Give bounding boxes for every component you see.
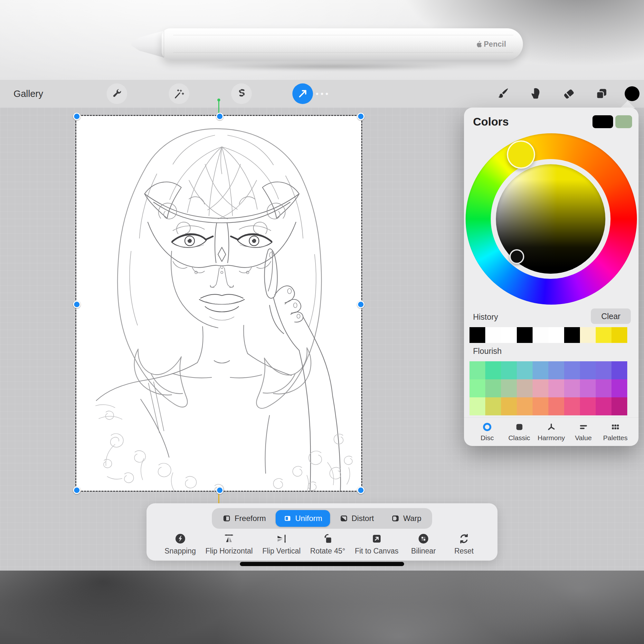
smudge-tool-button[interactable]	[529, 87, 542, 100]
mode-label: Warp	[403, 514, 421, 523]
tab-disc[interactable]: Disc	[472, 418, 502, 446]
color-swatch[interactable]	[564, 361, 580, 379]
handle-mid-right[interactable]	[357, 301, 365, 308]
saturation-brightness-knob[interactable]	[509, 249, 524, 264]
tab-value[interactable]: Value	[569, 418, 598, 446]
transform-button[interactable]	[292, 83, 313, 104]
color-swatch[interactable]	[469, 379, 485, 397]
snapping-button[interactable]: Snapping	[165, 533, 196, 555]
color-swatch[interactable]	[533, 379, 548, 397]
action-label: Reset	[454, 547, 474, 555]
color-swatch[interactable]	[548, 327, 564, 343]
mode-warp[interactable]: Warp	[384, 510, 429, 527]
color-swatch[interactable]	[501, 327, 517, 343]
fit-to-canvas-icon	[371, 533, 383, 545]
handle-mid-left[interactable]	[73, 301, 81, 308]
color-swatch[interactable]	[564, 379, 580, 397]
color-swatch[interactable]	[580, 327, 596, 343]
color-swatch[interactable]	[485, 397, 501, 415]
color-swatch[interactable]	[469, 327, 485, 343]
handle-top-right[interactable]	[357, 113, 365, 120]
snapping-lightning-icon	[175, 533, 186, 545]
color-swatch[interactable]	[596, 361, 611, 379]
color-swatch[interactable]	[469, 397, 485, 415]
color-swatch[interactable]	[580, 397, 596, 415]
handle-top-left[interactable]	[73, 113, 81, 120]
color-swatch[interactable]	[596, 397, 611, 415]
color-swatch[interactable]	[548, 361, 564, 379]
adjustments-button[interactable]	[169, 83, 189, 104]
color-swatch[interactable]	[485, 361, 501, 379]
color-swatch[interactable]	[611, 397, 627, 415]
color-swatch[interactable]	[501, 361, 517, 379]
color-swatch[interactable]	[580, 361, 596, 379]
flip-vertical-icon	[276, 533, 287, 545]
handle-bottom-right[interactable]	[357, 487, 365, 494]
color-swatch[interactable]	[485, 327, 501, 343]
color-swatch[interactable]	[469, 361, 485, 379]
secondary-color-swatch[interactable]	[615, 115, 632, 128]
color-swatch[interactable]	[501, 379, 517, 397]
mode-uniform[interactable]: Uniform	[276, 510, 330, 527]
color-swatch[interactable]	[533, 327, 548, 343]
color-swatch[interactable]	[596, 379, 611, 397]
colors-header: Colors	[473, 115, 632, 128]
handle-bottom-left[interactable]	[73, 487, 81, 494]
pencil-facet	[173, 52, 513, 53]
color-swatch[interactable]	[517, 379, 533, 397]
layers-icon	[595, 87, 608, 100]
rotate-45-icon	[322, 533, 334, 545]
tab-harmony[interactable]: Harmony	[536, 418, 566, 446]
mode-distort[interactable]: Distort	[332, 510, 382, 527]
artboard-canvas[interactable]	[76, 116, 361, 491]
transform-mode-segmented-control: Freeform Uniform Distort	[212, 508, 432, 529]
action-label: Bilinear	[411, 547, 436, 555]
clear-history-button[interactable]: Clear	[591, 308, 631, 324]
color-swatch[interactable]	[611, 327, 627, 343]
color-swatch[interactable]	[517, 361, 533, 379]
brush-tool-button[interactable]	[496, 87, 509, 100]
gallery-button[interactable]: Gallery	[14, 89, 43, 99]
primary-color-swatch[interactable]	[592, 115, 613, 128]
tab-palettes[interactable]: Palettes	[601, 418, 630, 446]
rotate-45-button[interactable]: Rotate 45°	[310, 533, 345, 555]
color-swatch[interactable]	[533, 397, 548, 415]
color-swatch[interactable]	[596, 327, 611, 343]
color-swatch[interactable]	[548, 397, 564, 415]
color-swatch[interactable]	[533, 361, 548, 379]
pencil-seam	[164, 31, 164, 57]
color-swatch[interactable]	[564, 327, 580, 343]
colors-title: Colors	[473, 115, 509, 128]
bilinear-button[interactable]: Bilinear	[408, 533, 439, 555]
flip-horizontal-button[interactable]: Flip Horizontal	[205, 533, 253, 555]
selection-button[interactable]	[231, 83, 252, 104]
color-button[interactable]	[625, 86, 639, 101]
action-label: Flip Vertical	[262, 547, 301, 555]
color-swatch[interactable]	[501, 397, 517, 415]
pencil-label-text: Pencil	[484, 40, 506, 49]
color-swatch[interactable]	[611, 379, 627, 397]
hue-knob[interactable]	[507, 140, 535, 169]
reset-button[interactable]: Reset	[449, 533, 479, 555]
eraser-tool-button[interactable]	[562, 87, 575, 100]
color-swatch[interactable]	[564, 397, 580, 415]
mode-freeform[interactable]: Freeform	[215, 510, 273, 527]
handle-bottom-center[interactable]	[216, 487, 223, 494]
color-swatch[interactable]	[517, 397, 533, 415]
layers-button[interactable]	[595, 87, 608, 100]
color-swatch[interactable]	[611, 361, 627, 379]
colors-panel: Colors History Clear Flourish	[464, 108, 639, 446]
tab-label: Value	[575, 434, 592, 442]
color-swatch[interactable]	[517, 327, 533, 343]
home-indicator[interactable]	[240, 562, 404, 566]
color-swatch[interactable]	[485, 379, 501, 397]
color-swatch[interactable]	[548, 379, 564, 397]
tab-classic[interactable]: Classic	[505, 418, 534, 446]
color-swatch[interactable]	[580, 379, 596, 397]
handle-top-center[interactable]	[216, 113, 223, 120]
canvas-overflow-dots[interactable]: •••	[316, 89, 330, 99]
actions-button[interactable]	[107, 83, 127, 104]
flip-vertical-button[interactable]: Flip Vertical	[262, 533, 301, 555]
fit-to-canvas-button[interactable]: Fit to Canvas	[355, 533, 399, 555]
flourish-row	[469, 361, 627, 379]
